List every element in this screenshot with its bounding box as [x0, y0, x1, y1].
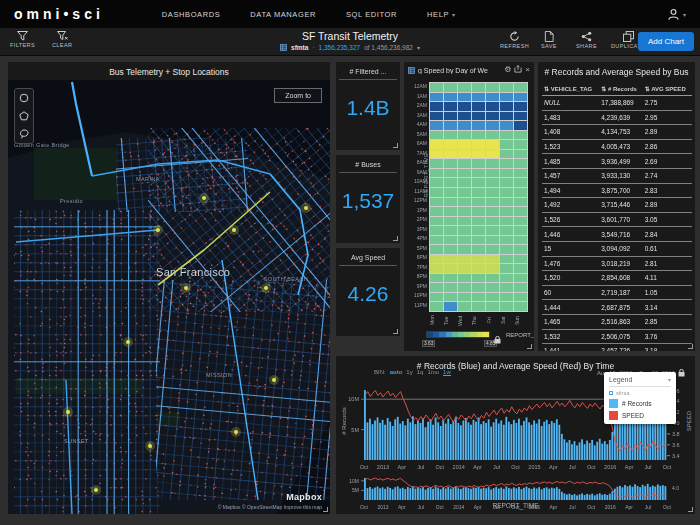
chevron-down-icon[interactable]: ▾	[668, 376, 671, 383]
heatmap-cell[interactable]	[444, 274, 457, 283]
heatmap-cell[interactable]	[472, 83, 485, 92]
heatmap-cell[interactable]	[458, 93, 471, 102]
heatmap-cell[interactable]	[514, 217, 527, 226]
heatmap-cell[interactable]	[486, 302, 499, 311]
heatmap-cell[interactable]	[486, 188, 499, 197]
heatmap-cell[interactable]	[472, 264, 485, 273]
heatmap-cell[interactable]	[500, 150, 513, 159]
heatmap-cell[interactable]	[486, 207, 499, 216]
heatmap-cell[interactable]	[472, 140, 485, 149]
lock-icon[interactable]	[494, 330, 501, 348]
heatmap-cell[interactable]	[514, 112, 527, 121]
heatmap-cell[interactable]	[500, 226, 513, 235]
heatmap-cell[interactable]	[458, 131, 471, 140]
heatmap-cell[interactable]	[514, 83, 527, 92]
table-row[interactable]: 1,5234,005,4732.86	[542, 139, 692, 154]
heatmap-cell[interactable]	[444, 255, 457, 264]
heatmap-cell[interactable]	[486, 83, 499, 92]
heatmap-cell[interactable]	[514, 188, 527, 197]
heatmap-cell[interactable]	[514, 159, 527, 168]
heatmap-cell[interactable]	[514, 236, 527, 245]
table-row[interactable]: 1,4084,134,7532.89	[542, 125, 692, 140]
table-row[interactable]: 1,4923,715,4462.89	[542, 198, 692, 213]
lasso-select-tool[interactable]	[15, 125, 33, 143]
bin-option-1mo[interactable]: 1mo	[427, 369, 439, 376]
heatmap-cell[interactable]	[430, 236, 443, 245]
heatmap-cell[interactable]	[472, 293, 485, 302]
heatmap-cell[interactable]	[444, 93, 457, 102]
table-row[interactable]: 1,4463,549,7162.84	[542, 227, 692, 242]
heatmap-cell[interactable]	[472, 226, 485, 235]
heatmap-cell[interactable]	[500, 198, 513, 207]
heatmap-cell[interactable]	[458, 302, 471, 311]
table-row[interactable]: 1,4834,239,6392.95	[542, 110, 692, 125]
heatmap-cell[interactable]	[500, 102, 513, 111]
heatmap-cell[interactable]	[500, 169, 513, 178]
heatmap-cell[interactable]	[472, 245, 485, 254]
export-icon[interactable]	[514, 65, 522, 75]
heatmap-cell[interactable]	[430, 217, 443, 226]
resize-handle[interactable]	[323, 507, 328, 512]
heatmap-cell[interactable]	[430, 198, 443, 207]
heatmap-cell[interactable]	[486, 159, 499, 168]
heatmap-cell[interactable]	[430, 178, 443, 187]
heatmap-cell[interactable]	[458, 121, 471, 130]
heatmap-cell[interactable]	[458, 112, 471, 121]
heatmap-cell[interactable]	[500, 293, 513, 302]
heatmap-cell[interactable]	[500, 302, 513, 311]
circle-select-tool[interactable]	[15, 89, 33, 107]
table-row[interactable]: 1,4652,516,8632.85	[542, 314, 692, 329]
heatmap-cell[interactable]	[458, 274, 471, 283]
heatmap-cell[interactable]	[500, 255, 513, 264]
filters-button[interactable]: FILTERS	[10, 31, 35, 48]
heatmap-cell[interactable]	[430, 207, 443, 216]
heatmap-cell[interactable]	[486, 226, 499, 235]
heatmap-cell[interactable]	[444, 293, 457, 302]
heatmap-cell[interactable]	[472, 198, 485, 207]
heatmap-cell[interactable]	[472, 178, 485, 187]
heatmap-cell[interactable]	[472, 93, 485, 102]
heatmap-cell[interactable]	[430, 102, 443, 111]
table-row[interactable]: 1,5263,601,7703.05	[542, 212, 692, 227]
resize-handle[interactable]	[527, 344, 532, 349]
heatmap-cell[interactable]	[430, 226, 443, 235]
heatmap-cell[interactable]	[430, 159, 443, 168]
heatmap-cell[interactable]	[486, 169, 499, 178]
heatmap-cell[interactable]	[514, 274, 527, 283]
heatmap-cell[interactable]	[458, 198, 471, 207]
table-row[interactable]: 1,5202,854,6084.11	[542, 271, 692, 286]
gear-icon[interactable]: ⚙	[504, 66, 511, 74]
heatmap-cell[interactable]	[444, 217, 457, 226]
resize-handle[interactable]	[393, 236, 398, 241]
resize-handle[interactable]	[688, 344, 693, 349]
polygon-select-tool[interactable]	[15, 107, 33, 125]
heatmap-cell[interactable]	[444, 140, 457, 149]
heatmap-cell[interactable]	[500, 207, 513, 216]
heatmap-cell[interactable]	[458, 159, 471, 168]
heatmap-cell[interactable]	[458, 150, 471, 159]
heatmap-cell[interactable]	[500, 112, 513, 121]
heatmap-cell[interactable]	[486, 112, 499, 121]
heatmap-cell[interactable]	[430, 283, 443, 292]
heatmap-cell[interactable]	[430, 131, 443, 140]
resize-handle[interactable]	[393, 329, 398, 334]
heatmap-cell[interactable]	[472, 112, 485, 121]
heatmap-cell[interactable]	[500, 83, 513, 92]
nav-item-help[interactable]: HELP▾	[427, 10, 456, 19]
clear-filters-button[interactable]: CLEAR	[52, 31, 72, 48]
heatmap-cell[interactable]	[486, 150, 499, 159]
heatmap-cell[interactable]	[430, 274, 443, 283]
heatmap-cell[interactable]	[458, 102, 471, 111]
heatmap-cell[interactable]	[458, 178, 471, 187]
heatmap-cell[interactable]	[472, 302, 485, 311]
heatmap-cell[interactable]	[458, 217, 471, 226]
heatmap-cell[interactable]	[514, 169, 527, 178]
heatmap-cell[interactable]	[430, 264, 443, 273]
heatmap-cell[interactable]	[514, 198, 527, 207]
heatmap-cell[interactable]	[500, 283, 513, 292]
heatmap-cell[interactable]	[444, 131, 457, 140]
heatmap-cell[interactable]	[514, 178, 527, 187]
user-menu[interactable]: ▾	[667, 8, 686, 21]
heatmap-cell[interactable]	[514, 264, 527, 273]
save-button[interactable]: SAVE	[541, 31, 557, 49]
